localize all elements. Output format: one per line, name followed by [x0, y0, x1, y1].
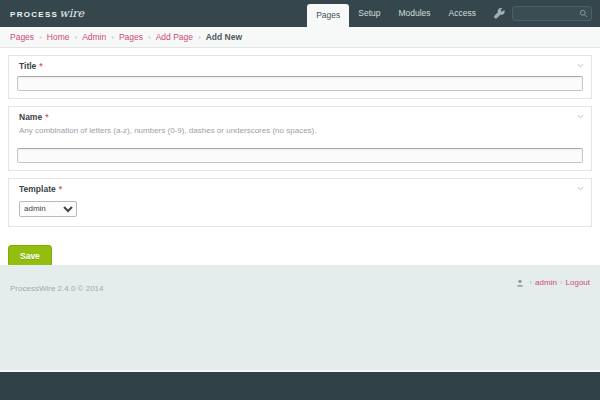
top-header: PROCESS wire Pages Setup Modules Access	[0, 0, 600, 27]
footer-separator: ›	[529, 278, 532, 287]
breadcrumb-link-pages2[interactable]: Pages	[119, 32, 143, 42]
logout-link[interactable]: Logout	[566, 278, 590, 287]
field-template: Template * admin	[8, 178, 592, 227]
breadcrumb-separator: ›	[148, 33, 151, 42]
search-input[interactable]	[516, 8, 579, 19]
logo-text-process: PROCESS	[10, 10, 58, 19]
chevron-down-icon[interactable]	[577, 186, 584, 191]
tab-pages[interactable]: Pages	[307, 4, 349, 27]
chevron-down-icon[interactable]	[577, 63, 584, 68]
required-asterisk: *	[39, 61, 42, 71]
page-content: Title * Name * Any combination of letter…	[0, 48, 600, 265]
field-name-header[interactable]: Name *	[9, 107, 591, 125]
breadcrumb-link-add-page[interactable]: Add Page	[156, 32, 193, 42]
field-name: Name * Any combination of letters (a-z),…	[8, 106, 592, 171]
processwire-admin-screen: PROCESS wire Pages Setup Modules Access	[0, 0, 600, 400]
field-template-label: Template	[19, 184, 56, 194]
breadcrumb-link-admin[interactable]: Admin	[82, 32, 106, 42]
bottom-dark-bar	[0, 370, 600, 400]
field-title-header[interactable]: Title *	[9, 56, 591, 74]
breadcrumb-separator: ›	[39, 33, 42, 42]
main-nav: Pages Setup Modules Access	[307, 0, 600, 27]
processwire-logo[interactable]: PROCESS wire	[10, 7, 84, 20]
field-template-header[interactable]: Template *	[9, 179, 591, 197]
footer-separator: ›	[560, 278, 563, 287]
breadcrumb-separator: ›	[74, 33, 77, 42]
required-asterisk: *	[59, 184, 62, 194]
tab-access[interactable]: Access	[440, 0, 485, 27]
wrench-icon[interactable]	[494, 8, 505, 19]
breadcrumb-current: Add New	[206, 32, 242, 42]
tab-setup[interactable]: Setup	[349, 0, 389, 27]
tab-modules[interactable]: Modules	[389, 0, 439, 27]
breadcrumb: Pages › Home › Admin › Pages › Add Page …	[0, 27, 600, 48]
template-select[interactable]: admin	[19, 201, 77, 217]
breadcrumb-separator: ›	[111, 33, 114, 42]
version-text: ProcessWire 2.4.0 © 2014	[10, 284, 104, 293]
field-title-label: Title	[19, 61, 36, 71]
admin-user-link[interactable]: admin	[535, 278, 557, 287]
page-footer: ProcessWire 2.4.0 © 2014 › admin › Logou…	[0, 265, 600, 370]
title-input[interactable]	[17, 76, 583, 91]
logo-text-wire: wire	[59, 7, 84, 20]
field-name-description: Any combination of letters (a-z), number…	[9, 126, 591, 135]
footer-user-area: › admin › Logout	[516, 278, 590, 287]
required-asterisk: *	[45, 112, 48, 122]
user-icon	[516, 279, 524, 287]
search-box	[512, 6, 592, 21]
breadcrumb-separator: ›	[198, 33, 201, 42]
field-title: Title *	[8, 55, 592, 99]
field-name-label: Name	[19, 112, 42, 122]
search-icon[interactable]	[579, 9, 588, 18]
breadcrumb-link-home[interactable]: Home	[47, 32, 70, 42]
breadcrumb-link-pages[interactable]: Pages	[10, 32, 34, 42]
name-input[interactable]	[17, 148, 583, 163]
chevron-down-icon[interactable]	[577, 114, 584, 119]
save-button[interactable]: Save	[8, 245, 52, 267]
